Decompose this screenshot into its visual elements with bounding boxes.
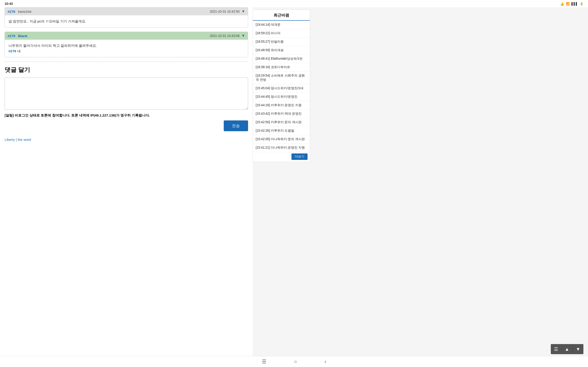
page-footer: Liberty | the seed <box>5 138 248 144</box>
comment-time-278: 2021-10-31 10:42:50 <box>210 10 240 13</box>
sidebar-list-item-1[interactable]: [18:59:22] 러시아 <box>253 29 310 38</box>
comment-header-278: #278 kiwi1234 2021-10-31 10:42:50 ▼ <box>5 8 248 15</box>
comment-reply-ref-279[interactable]: #278 <box>9 49 16 53</box>
wifi-icon: 📶 <box>566 2 570 6</box>
status-icons: 🔔 📶 ▌▌▌ 🔋 <box>561 2 583 6</box>
status-time: 10:43 <box>5 2 13 6</box>
comment-body-278: 넵 잠깐만요.. 지금 pc라 ㅁ모바일 기기 가져올게요. <box>5 15 248 27</box>
sidebar-title: 최근바뀜 <box>253 10 310 21</box>
comment-text-279: 나무위키 들어가셔서 아이피 찍고 알파위키에 올려주세요. <box>9 44 97 48</box>
comment-text-278: 넵 잠깐만요.. 지금 pc라 ㅁ모바일 기기 가져올게요. <box>9 19 86 23</box>
sidebar-list-item-8[interactable]: [15:44:45] 덩시드위키/운영진 <box>253 93 310 101</box>
sidebar-list-item-10[interactable]: [15:43:42] 카루위키:역대 운영진 <box>253 110 310 118</box>
sidebar-list-item-11[interactable]: [15:42:50] 카루위키:문의 게시판 <box>253 118 310 127</box>
comment-time-279: 2021-10-31 10:43:06 <box>210 34 240 38</box>
comment-header-left-278: #278 kiwi1234 <box>8 10 32 14</box>
alarm-icon: 🔔 <box>561 2 564 6</box>
footer-liberty-link[interactable]: Liberty <box>5 138 15 142</box>
comment-author-279: Blank <box>18 34 27 38</box>
comment-body-279: 나무위키 들어가셔서 아이피 찍고 알파위키에 올려주세요. #278 네 <box>5 40 248 57</box>
main-layout: #278 kiwi1234 2021-10-31 10:42:50 ▼ 넵 잠깐… <box>0 7 588 356</box>
list-icon-button[interactable]: ☰ <box>551 344 561 354</box>
sidebar-list-item-6[interactable]: [18:29:54] 소비에트 사회주의 공화국 연방 <box>253 72 310 84</box>
sidebar-list-item-12[interactable]: [15:42:26] 카루위키:도움말 <box>253 127 310 135</box>
content-area: #278 kiwi1234 2021-10-31 10:42:50 ▼ 넵 잠깐… <box>0 7 253 356</box>
comment-expand-278[interactable]: ▼ <box>242 9 245 14</box>
sidebar-list-item-13[interactable]: [15:42:05] 더나락위키:문의 게시판 <box>253 135 310 144</box>
comment-reply-word-279: 네 <box>17 49 21 53</box>
sidebar-list-item-5[interactable]: [18:38:16] 코트디부아르 <box>253 63 310 72</box>
comment-alert-text: [알림] 비로그인 상태로 토론에 참여합니다. 토론 내역에 IP(49.1.… <box>5 113 248 118</box>
section-divider <box>5 61 248 62</box>
sidebar-more-button[interactable]: 더보기 <box>292 153 308 160</box>
sidebar-list-item-14[interactable]: [15:41:21] 더나락위키:운영진 지원 <box>253 144 310 152</box>
comment-header-left-279: #279 Blank <box>8 34 27 38</box>
sidebar-more-row: 더보기 <box>253 152 310 162</box>
comment-expand-279[interactable]: ▼ <box>242 34 245 38</box>
sidebar-list: [19:44:14] 대개문[18:59:22] 러시아[18:55:27] 반… <box>253 21 310 152</box>
sidebar: 최근바뀜 [19:44:14] 대개문[18:59:22] 러시아[18:55:… <box>253 7 312 356</box>
comment-block-278: #278 kiwi1234 2021-10-31 10:42:50 ▼ 넵 잠깐… <box>5 7 248 27</box>
comment-input[interactable] <box>5 77 248 110</box>
comment-number-279: #279 <box>8 34 15 38</box>
sidebar-list-item-0[interactable]: [19:44:14] 대개문 <box>253 21 310 29</box>
comment-number-278: #278 <box>8 10 15 14</box>
up-arrow-button[interactable]: ▲ <box>562 344 572 354</box>
sidebar-list-item-2[interactable]: [18:55:27] 반달리즘 <box>253 38 310 46</box>
comment-author-278: kiwi1234 <box>18 10 31 14</box>
down-arrow-button[interactable]: ▼ <box>573 344 583 354</box>
sidebar-list-item-3[interactable]: [18:48:59] 유리게숭 <box>253 46 310 55</box>
submit-button[interactable]: 전송 <box>224 120 248 131</box>
comment-block-279: #279 Blank 2021-10-31 10:43:06 ▼ 나무위키 들어… <box>5 32 248 57</box>
floating-buttons: ☰ ▲ ▼ <box>551 344 583 354</box>
comment-section-title: 댓글 달기 <box>5 66 248 74</box>
submit-row: 전송 <box>5 120 248 131</box>
sidebar-list-item-9[interactable]: [15:44:16] 카루위키:운영진 지원 <box>253 101 310 110</box>
sidebar-list-item-4[interactable]: [18:48:41] Elathuntak/상상속/1번 <box>253 55 310 63</box>
status-bar: 10:43 🔔 📶 ▌▌▌ 🔋 <box>0 0 588 7</box>
footer-theseed-link[interactable]: the seed <box>18 138 31 142</box>
sidebar-list-item-7[interactable]: [15:45:04] 덩시드위키/운영진/1대 <box>253 84 310 93</box>
battery-icon: 🔋 <box>580 2 583 6</box>
sidebar-inner: 최근바뀜 [19:44:14] 대개문[18:59:22] 러시아[18:55:… <box>253 10 310 162</box>
comment-header-279: #279 Blank 2021-10-31 10:43:06 ▼ <box>5 32 248 40</box>
signal-icon: ▌▌▌ <box>571 2 578 6</box>
